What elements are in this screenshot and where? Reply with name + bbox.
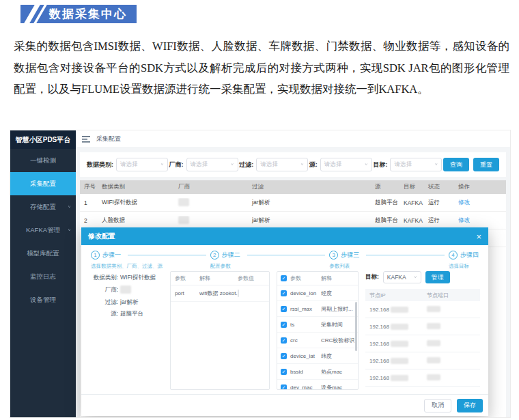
node-row: 192.168 bbox=[365, 352, 480, 369]
param-row: port wifi数据 zookot... bbox=[171, 285, 269, 302]
params-header: 参数 解释 参数值 bbox=[171, 272, 269, 285]
sidebar-item-monitor-log[interactable]: 监控日志 bbox=[10, 265, 76, 288]
target-select[interactable]: 请选择 ∨ bbox=[390, 158, 442, 171]
category-select[interactable]: 请选择 ∨ bbox=[116, 158, 168, 171]
step-4: 4 步骤四 选择目标 bbox=[449, 251, 479, 270]
modal-body: 数据类别:WIFI探针数据 厂商: 过滤:jar解析 源:超脑平台 参数 解释 … bbox=[81, 270, 488, 394]
checkbox[interactable]: ✓ bbox=[281, 322, 287, 328]
target-panel: 目标: KAFKA ∨ 管理 节点IP 节点端口 192.16 bbox=[365, 271, 480, 390]
tab-collect-config[interactable]: 采集配置 bbox=[96, 135, 121, 143]
chevron-down-icon: ∨ bbox=[365, 163, 368, 167]
redacted-ip bbox=[391, 307, 408, 313]
filter-source: 源: 请选择 ∨ bbox=[309, 158, 372, 171]
step-number: 2 bbox=[210, 251, 219, 260]
redacted-ip bbox=[391, 358, 408, 364]
checkbox[interactable]: ✓ bbox=[281, 353, 287, 359]
checklist-row: ✓ device_lat 纬度 bbox=[277, 348, 358, 364]
sidebar-brand: 智慧小区PDS平台 bbox=[10, 130, 76, 149]
sidebar-item-one-key-check[interactable]: 一键检测 bbox=[10, 149, 76, 172]
step-indicator: 1 步骤一 选择数据类别、厂商、过滤、源 2 步骤二 配置参数 bbox=[81, 245, 488, 270]
close-icon[interactable]: × bbox=[476, 232, 481, 241]
node-row: 192.168 bbox=[365, 301, 480, 318]
topbar: 采集配置 bbox=[76, 130, 510, 148]
edit-link[interactable]: 修改 bbox=[454, 199, 506, 207]
node-table: 节点IP 节点端口 192.168 192.168 192.168 bbox=[365, 289, 480, 387]
checkbox[interactable]: ✓ bbox=[281, 369, 287, 375]
save-button[interactable]: 保存 bbox=[457, 399, 483, 412]
chevron-down-icon: ∨ bbox=[300, 163, 304, 167]
filter-actions: 查询 重置 bbox=[443, 158, 499, 171]
chevron-down-icon: ∨ bbox=[414, 275, 417, 279]
checkbox[interactable]: ✓ bbox=[281, 306, 287, 312]
sidebar-item-kafka-manage[interactable]: KAFKA管理∨ bbox=[10, 219, 76, 242]
redacted-port bbox=[427, 374, 440, 380]
redacted-port bbox=[427, 323, 440, 329]
redacted-vendor bbox=[178, 198, 189, 206]
sidebar-item-storage-config[interactable]: 存储配置∨ bbox=[10, 195, 76, 219]
checklist-row: ✓ ts 采集时间 bbox=[277, 317, 358, 333]
select-all-checkbox[interactable]: ✓ bbox=[281, 275, 287, 281]
redacted-ip bbox=[391, 324, 408, 330]
filter-category: 数据类别: 请选择 ∨ bbox=[87, 158, 168, 171]
filter-filter: 过滤: 请选择 ∨ bbox=[239, 158, 308, 171]
redacted-ip bbox=[391, 341, 408, 347]
app-screenshot: 智慧小区PDS平台 一键检测 采集配置 存储配置∨ KAFKA管理∨ 模型库配置… bbox=[10, 130, 511, 418]
modal-target-select[interactable]: KAFKA ∨ bbox=[383, 271, 421, 283]
filter-target: 目标: 请选择 ∨ bbox=[373, 158, 442, 171]
redacted-port bbox=[427, 340, 440, 346]
redacted-vendor bbox=[120, 285, 131, 294]
param-checklist-panel: ✓ 参数 解释 ✓ device_lon 经度 ✓ rssi_max 周期上报时… bbox=[277, 271, 359, 390]
checklist-row: ✓ bssid 热点mac bbox=[277, 364, 358, 380]
sidebar: 智慧小区PDS平台 一键检测 采集配置 存储配置∨ KAFKA管理∨ 模型库配置… bbox=[10, 130, 76, 417]
cancel-button[interactable]: 取消 bbox=[424, 399, 451, 412]
sidebar-item-collect-config[interactable]: 采集配置 bbox=[10, 172, 76, 195]
redacted-ip bbox=[391, 375, 408, 381]
params-panel: 参数 解释 参数值 port wifi数据 zookot... bbox=[170, 271, 270, 390]
step-3: 3 步骤三 参数列表 bbox=[329, 251, 449, 270]
step-1: 1 步骤一 选择数据类别、厂商、过滤、源 bbox=[91, 251, 210, 270]
checklist-header: ✓ 参数 解释 bbox=[277, 272, 358, 285]
chevron-down-icon: ∨ bbox=[68, 205, 71, 209]
checkbox[interactable]: ✓ bbox=[281, 337, 287, 344]
chevron-down-icon: ∨ bbox=[68, 228, 71, 232]
step-number: 1 bbox=[91, 251, 100, 260]
node-table-header: 节点IP 节点端口 bbox=[365, 289, 480, 301]
filter-select[interactable]: 请选择 ∨ bbox=[256, 158, 308, 171]
selection-summary: 数据类别:WIFI探针数据 厂商: 过滤:jar解析 源:超脑平台 bbox=[87, 274, 166, 322]
section-banner: 数据采集中心 bbox=[20, 5, 137, 23]
node-row: 192.168 bbox=[365, 369, 480, 387]
param-value-input[interactable] bbox=[238, 290, 239, 297]
checklist-row: ✓ crc CRC校验标识 bbox=[277, 333, 358, 348]
step-connector bbox=[366, 255, 445, 255]
chevron-down-icon: ∨ bbox=[434, 163, 438, 167]
redacted-port bbox=[427, 357, 440, 363]
table-header: 序号 数据类别 厂商 过滤 源 目标 状态 操作 bbox=[80, 180, 506, 194]
checklist-row: ✓ dev_mac 设备mac bbox=[277, 380, 358, 390]
checkbox[interactable]: ✓ bbox=[281, 290, 287, 296]
scrollbar-thumb[interactable] bbox=[355, 302, 357, 351]
step-connector bbox=[128, 255, 206, 255]
step-2: 2 步骤二 配置参数 bbox=[210, 251, 330, 270]
sidebar-item-device-manage[interactable]: 设备管理 bbox=[10, 288, 76, 311]
source-select[interactable]: 请选择 ∨ bbox=[320, 158, 372, 171]
modal-header: 修改配置 × bbox=[81, 227, 488, 245]
vendor-select[interactable]: 请选择 ∨ bbox=[186, 158, 238, 171]
intro-paragraph: 采集的数据包含IMSI数据、WIFI数据、人脸数据、车牌数据、门禁数据、物业数据… bbox=[14, 36, 509, 100]
step-connector bbox=[247, 255, 326, 255]
step-number: 4 bbox=[449, 251, 458, 260]
manage-button[interactable]: 管理 bbox=[425, 271, 450, 283]
modal-title: 修改配置 bbox=[88, 232, 115, 241]
sidebar-item-model-config[interactable]: 模型库配置 bbox=[10, 242, 76, 265]
page-title: 数据采集中心 bbox=[49, 6, 127, 22]
checklist-row: ✓ device_lon 经度 bbox=[277, 285, 358, 301]
checkbox[interactable]: ✓ bbox=[281, 384, 287, 391]
edit-link[interactable]: 修改 bbox=[454, 216, 506, 225]
query-button[interactable]: 查询 bbox=[443, 158, 469, 171]
step-number: 3 bbox=[329, 251, 338, 260]
chevron-down-icon: ∨ bbox=[160, 163, 164, 167]
reset-button[interactable]: 重置 bbox=[473, 158, 499, 171]
redacted-vendor bbox=[178, 216, 189, 224]
edit-config-modal: 修改配置 × 1 步骤一 选择数据类别、厂商、过滤、源 2 步骤二 bbox=[81, 227, 488, 416]
hamburger-icon[interactable] bbox=[82, 136, 90, 143]
checklist-row: ✓ rssi_max 周期上报时... bbox=[277, 301, 358, 317]
